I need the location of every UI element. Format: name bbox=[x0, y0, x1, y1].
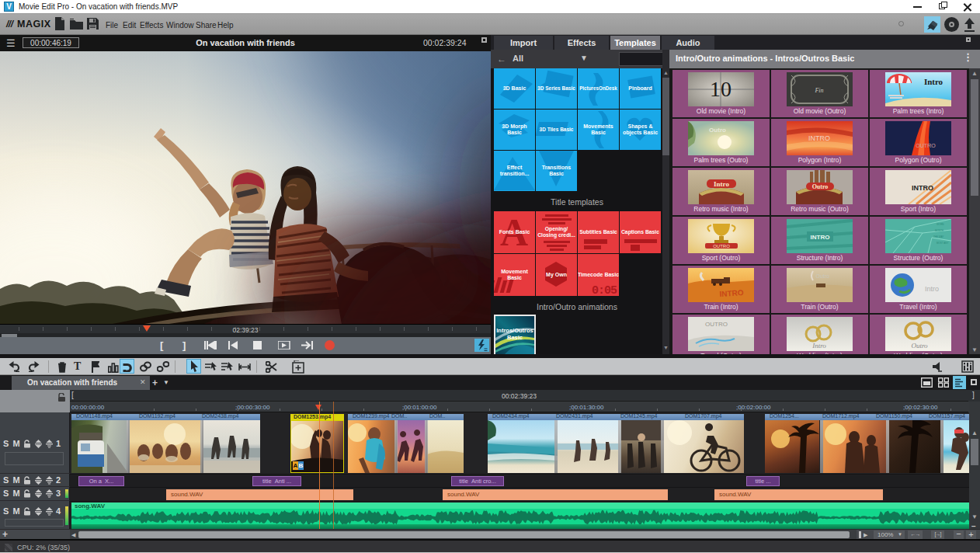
svg-text:Fin: Fin bbox=[814, 87, 823, 94]
svg-text:INTRO: INTRO bbox=[719, 288, 744, 298]
svg-text:OUTRO: OUTRO bbox=[713, 244, 730, 249]
svg-text:Intro: Intro bbox=[714, 180, 729, 188]
svg-text:THE WAY: THE WAY bbox=[933, 235, 944, 238]
svg-text:INTRO: INTRO bbox=[811, 234, 830, 241]
svg-text:Outro: Outro bbox=[815, 273, 829, 279]
svg-text:MOST ANY: MOST ANY bbox=[937, 242, 948, 245]
svg-text:Outro: Outro bbox=[911, 342, 928, 350]
svg-text:MONTH: MONTH bbox=[935, 229, 944, 232]
svg-text:OUTRO: OUTRO bbox=[705, 321, 728, 328]
svg-text:10: 10 bbox=[710, 77, 732, 101]
svg-text:INTRO: INTRO bbox=[912, 184, 933, 192]
svg-text:Intro: Intro bbox=[811, 342, 826, 350]
svg-text:Intro: Intro bbox=[924, 77, 944, 86]
svg-text:WORN: WORN bbox=[937, 223, 944, 226]
svg-text:Outro: Outro bbox=[812, 183, 829, 190]
svg-text:OUTRO: OUTRO bbox=[916, 143, 936, 148]
svg-text:Intro: Intro bbox=[925, 285, 939, 293]
svg-text:Outro: Outro bbox=[709, 127, 726, 134]
svg-text:INTRO: INTRO bbox=[808, 134, 830, 142]
